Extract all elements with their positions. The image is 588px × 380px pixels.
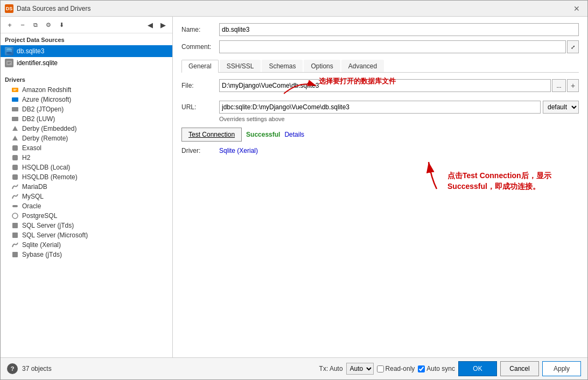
annotation2-container: 点击Test Connection后，显示 Successful，即成功连接。 — [426, 135, 587, 207]
name-label: Name: — [181, 26, 219, 33]
driver-db2-luw[interactable]: DB2 (LUW) — [1, 114, 172, 124]
datasource-item-sqlite3[interactable]: db.sqlite3 — [1, 45, 172, 57]
driver-label-azure: Azure (Microsoft) — [22, 96, 71, 103]
annotation2-arrow: 点击Test Connection后，显示 Successful，即成功连接。 — [426, 135, 587, 205]
driver-icon-sybase-jtds — [11, 251, 19, 258]
close-button[interactable]: ✕ — [570, 3, 583, 14]
driver-label-derby-embedded: Derby (Embedded) — [22, 125, 76, 132]
driver-icon-sqlserver-jtds — [11, 222, 19, 229]
remove-datasource-button[interactable]: − — [17, 19, 29, 31]
driver-icon-db2-luw — [11, 115, 19, 123]
test-connection-button[interactable]: Test Connection — [181, 128, 242, 142]
url-scheme-dropdown[interactable]: default — [543, 101, 579, 114]
url-input[interactable] — [219, 101, 541, 114]
comment-label: Comment: — [181, 43, 219, 51]
db-icon-identifier — [5, 59, 13, 67]
datasource-item-identifier[interactable]: identifier.sqlite — [1, 57, 172, 69]
driver-derby-remote[interactable]: Derby (Remote) — [1, 133, 172, 143]
svg-rect-10 — [12, 107, 18, 111]
add-datasource-button[interactable]: + — [4, 19, 16, 31]
autosync-checkbox[interactable] — [418, 365, 425, 372]
datasource-name-sqlite3: db.sqlite3 — [17, 47, 44, 55]
file-browse-button[interactable]: ... — [552, 79, 566, 92]
driver-label-sqlserver-microsoft: SQL Server (Microsoft) — [22, 231, 88, 239]
driver-label-amazon: Amazon Redshift — [22, 86, 71, 94]
tab-general[interactable]: General — [181, 60, 219, 73]
driver-icon-derby-remote — [11, 135, 19, 142]
tab-schemas[interactable]: Schemas — [262, 60, 303, 72]
svg-rect-11 — [12, 117, 18, 121]
driver-db2-jtopen[interactable]: DB2 (JTOpen) — [1, 104, 172, 114]
driver-hsqldb-remote[interactable]: HSQLDB (Remote) — [1, 172, 172, 182]
settings-button[interactable]: ⚙ — [43, 19, 54, 31]
copy-datasource-button[interactable]: ⧉ — [30, 19, 41, 31]
ok-button[interactable]: OK — [458, 361, 497, 376]
driver-label-mysql: MySQL — [22, 193, 44, 200]
name-input[interactable] — [219, 23, 579, 36]
driver-label-sqlserver-jtds: SQL Server (jTds) — [22, 222, 74, 229]
readonly-checkbox[interactable] — [377, 365, 384, 372]
drivers-section: Drivers Amazon Redshift Azure (Microsoft… — [1, 73, 172, 259]
back-button[interactable]: ◀ — [144, 19, 156, 31]
svg-point-17 — [12, 213, 18, 219]
driver-mysql[interactable]: MySQL — [1, 192, 172, 201]
driver-mariadb[interactable]: MariaDB — [1, 182, 172, 192]
driver-label-postgresql: PostgreSQL — [22, 212, 57, 220]
name-row: Name: — [181, 23, 579, 36]
comment-row: Comment: ⤢ — [181, 40, 579, 53]
autosync-checkbox-label: Auto sync — [418, 365, 455, 372]
driver-amazon-redshift[interactable]: Amazon Redshift — [1, 85, 172, 95]
tx-label: Tx: Auto — [319, 365, 343, 372]
connection-success-status: Successful — [246, 131, 280, 138]
details-link[interactable]: Details — [284, 131, 304, 138]
driver-sybase-jtds[interactable]: Sybase (jTds) — [1, 250, 172, 259]
main-window: DS Data Sources and Drivers ✕ + − ⧉ ⚙ ⬇ … — [0, 0, 588, 380]
svg-rect-20 — [12, 252, 18, 257]
svg-rect-6 — [12, 88, 18, 92]
url-label: URL: — [181, 103, 219, 111]
driver-sqlserver-microsoft[interactable]: SQL Server (Microsoft) — [1, 230, 172, 240]
forward-button[interactable]: ▶ — [157, 19, 169, 31]
svg-rect-12 — [12, 145, 18, 151]
svg-text:Successful，即成功连接。: Successful，即成功连接。 — [447, 182, 540, 191]
driver-exasol[interactable]: Exasol — [1, 143, 172, 153]
tab-advanced[interactable]: Advanced — [341, 60, 384, 72]
annotation1-arrow: 选择要打开的数据库文件 — [284, 75, 510, 96]
driver-sqlserver-jtds[interactable]: SQL Server (jTds) — [1, 221, 172, 230]
driver-icon-postgresql — [11, 212, 19, 220]
tx-dropdown[interactable]: Auto — [346, 363, 374, 375]
file-add-button[interactable]: + — [567, 79, 579, 92]
driver-icon-db2-jtopen — [11, 105, 19, 113]
driver-icon-azure — [11, 96, 19, 103]
driver-label-oracle: Oracle — [22, 202, 41, 210]
left-panel: + − ⧉ ⚙ ⬇ ◀ ▶ Project Data Sources db.sq… — [1, 17, 173, 357]
svg-rect-16 — [12, 205, 18, 207]
cancel-button[interactable]: Cancel — [500, 361, 539, 376]
help-button[interactable]: ? — [7, 363, 18, 374]
driver-postgresql[interactable]: PostgreSQL — [1, 211, 172, 221]
expand-comment-button[interactable]: ⤢ — [567, 40, 579, 53]
tab-ssh-ssl[interactable]: SSH/SSL — [220, 60, 261, 72]
apply-button[interactable]: Apply — [542, 361, 581, 376]
driver-link[interactable]: Sqlite (Xerial) — [219, 147, 258, 154]
driver-derby-embedded[interactable]: Derby (Embedded) — [1, 124, 172, 133]
driver-icon-hsqldb-local — [11, 164, 19, 171]
import-button[interactable]: ⬇ — [55, 19, 67, 31]
driver-oracle[interactable]: Oracle — [1, 201, 172, 211]
bottom-bar: ? 37 objects Tx: Auto Auto Read-only Aut… — [1, 357, 587, 379]
driver-label-exasol: Exasol — [22, 144, 41, 152]
driver-icon-h2 — [11, 154, 19, 161]
tab-options[interactable]: Options — [304, 60, 340, 72]
svg-text:选择要打开的数据库文件: 选择要打开的数据库文件 — [319, 77, 396, 85]
autosync-label-text: Auto sync — [426, 365, 455, 372]
driver-azure[interactable]: Azure (Microsoft) — [1, 95, 172, 104]
comment-input[interactable] — [219, 40, 566, 53]
driver-sqlite-xerial[interactable]: Sqlite (Xerial) — [1, 240, 172, 250]
action-buttons: OK Cancel Apply — [458, 361, 581, 376]
main-content: + − ⧉ ⚙ ⬇ ◀ ▶ Project Data Sources db.sq… — [1, 17, 587, 357]
driver-label-sqlite-xerial: Sqlite (Xerial) — [22, 241, 61, 249]
datasource-name-identifier: identifier.sqlite — [17, 59, 58, 67]
bottom-left-section: ? 37 objects — [7, 363, 52, 374]
driver-hsqldb-local[interactable]: HSQLDB (Local) — [1, 163, 172, 172]
driver-h2[interactable]: H2 — [1, 153, 172, 163]
